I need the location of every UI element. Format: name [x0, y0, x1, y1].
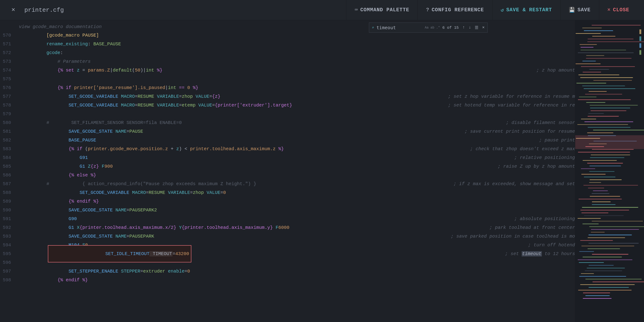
search-next-button[interactable]: ↓: [467, 24, 472, 30]
save-icon: 💾: [569, 7, 575, 13]
line-row: 574 {% set z = params.Z|default(50)|int …: [0, 66, 575, 74]
search-navigation: ↑ ↓ ☰: [461, 24, 480, 30]
command-palette-label: COMMAND PALETTE: [360, 7, 409, 13]
line-number: 592: [0, 225, 16, 230]
line-number: 589: [0, 199, 16, 204]
config-reference-button[interactable]: ? CONFIG REFERENCE: [418, 0, 492, 20]
code-lines: view gcode_macro documentation 570 [gcod…: [0, 20, 575, 284]
x-icon: ×: [608, 7, 611, 13]
close-button[interactable]: × CLOSE: [599, 0, 638, 20]
line-number: 591: [0, 216, 16, 222]
save-restart-label: SAVE & RESTART: [506, 7, 552, 13]
line-row-highlighted: 595 SET_IDLE_TIMEOUT TIMEOUT=43200 ; set…: [0, 249, 575, 258]
line-number: 588: [0, 190, 16, 195]
search-result-count: 6 of 15: [442, 26, 458, 30]
line-number: 581: [0, 129, 16, 134]
line-number: 586: [0, 172, 16, 178]
line-number: 570: [0, 33, 16, 38]
line-number: 585: [0, 164, 16, 169]
line-comment: ; disable filament sensor: [506, 120, 575, 125]
line-number: 597: [0, 269, 16, 274]
line-number: 571: [0, 42, 16, 47]
line-number: 594: [0, 242, 16, 248]
line-number: 572: [0, 50, 16, 56]
line-row: 598 {% endif %}: [0, 276, 575, 284]
line-number: 576: [0, 85, 16, 90]
line-number: 587: [0, 181, 16, 186]
window-close-icon[interactable]: ×: [6, 3, 20, 17]
search-icon: ⌕: [372, 25, 374, 30]
minimap-canvas: [575, 20, 644, 322]
line-number: 577: [0, 94, 16, 99]
title-bar: × printer.cfg ⌨ COMMAND PALETTE ? CONFIG…: [0, 0, 644, 20]
line-comment: ; z hop amount: [536, 68, 575, 73]
regex-option[interactable]: .*: [436, 26, 440, 30]
line-number: 596: [0, 260, 16, 265]
line-number: 574: [0, 68, 16, 73]
line-comment: ; turn off hotend: [528, 242, 575, 248]
line-number: 578: [0, 102, 16, 108]
line-number: 583: [0, 146, 16, 152]
code-editor[interactable]: ⌕ Aa ab .* 6 of 15 ↑ ↓ ☰ × view gcode_ma…: [0, 20, 575, 322]
command-palette-button[interactable]: ⌨ COMMAND PALETTE: [346, 0, 418, 20]
line-row: 578 SET_GCODE_VARIABLE MACRO=RESUME VARI…: [0, 101, 575, 110]
line-comment: ; absolute positioning: [514, 216, 575, 222]
search-close-button[interactable]: ×: [482, 25, 484, 30]
minimap[interactable]: [575, 20, 644, 322]
line-number: 595: [0, 251, 16, 256]
line-number: 573: [0, 59, 16, 64]
line-comment: ; set hotend temp variable for reference…: [448, 102, 575, 108]
line-number: 593: [0, 234, 16, 239]
config-reference-label: CONFIG REFERENCE: [432, 7, 484, 13]
line-number: 598: [0, 278, 16, 283]
search-bar: ⌕ Aa ab .* 6 of 15 ↑ ↓ ☰ ×: [369, 22, 488, 33]
search-menu-button[interactable]: ☰: [473, 24, 480, 30]
header-actions: ⌨ COMMAND PALETTE ? CONFIG REFERENCE ↺ S…: [346, 0, 638, 20]
case-sensitive-option[interactable]: Aa: [425, 26, 429, 30]
whole-word-option[interactable]: ab: [430, 26, 434, 30]
line-number: 579: [0, 111, 16, 116]
editor-container: ⌕ Aa ab .* 6 of 15 ↑ ↓ ☰ × view gcode_ma…: [0, 20, 644, 322]
line-comment: ; relative positioning: [514, 155, 575, 160]
save-restart-button[interactable]: ↺ SAVE & RESTART: [492, 0, 560, 20]
line-number: 582: [0, 138, 16, 143]
line-content: {% endif %}: [16, 272, 575, 284]
close-label: CLOSE: [613, 7, 629, 13]
line-number: 575: [0, 76, 16, 82]
question-icon: ?: [426, 7, 429, 13]
save-button[interactable]: 💾 SAVE: [560, 0, 599, 20]
terminal-icon: ⌨: [355, 7, 358, 13]
line-comment: ; set timeout to 12 hours: [505, 251, 575, 256]
file-title: printer.cfg: [24, 7, 346, 14]
search-options: Aa ab .*: [425, 26, 440, 30]
save-label: SAVE: [578, 7, 591, 13]
search-input[interactable]: [376, 25, 422, 30]
line-number: 580: [0, 120, 16, 125]
line-comment: ; park toolhead at front center: [490, 225, 575, 230]
search-prev-button[interactable]: ↑: [461, 24, 466, 30]
line-comment: ; pause print: [539, 138, 575, 143]
line-comment: ; set z hop variable for reference in re…: [448, 94, 575, 99]
line-number: 584: [0, 155, 16, 160]
restart-icon: ↺: [501, 7, 504, 13]
line-number: 590: [0, 208, 16, 213]
